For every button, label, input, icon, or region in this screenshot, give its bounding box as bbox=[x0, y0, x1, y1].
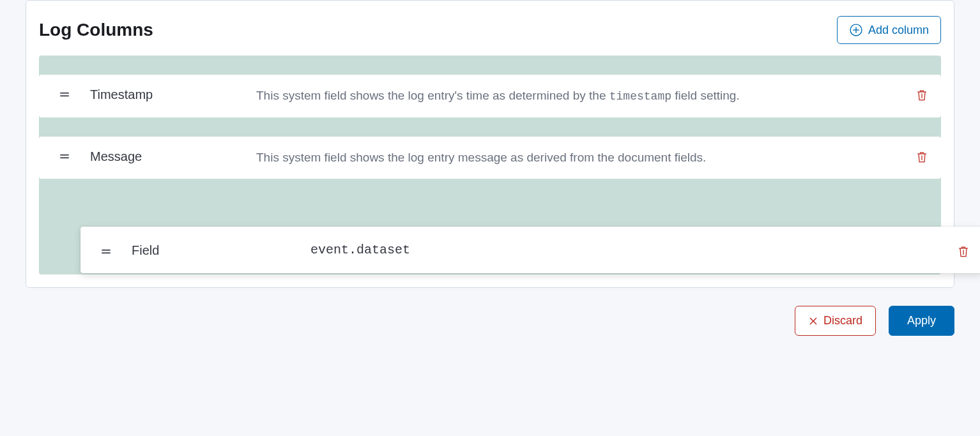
add-column-button[interactable]: Add column bbox=[837, 16, 941, 44]
column-name: Timestamp bbox=[77, 86, 256, 102]
apply-button[interactable]: Apply bbox=[889, 306, 954, 336]
column-row-timestamp: Timestamp This system field shows the lo… bbox=[39, 75, 941, 117]
column-name: Message bbox=[77, 148, 256, 164]
footer-actions: Discard Apply bbox=[26, 306, 954, 336]
discard-button[interactable]: Discard bbox=[795, 306, 876, 336]
column-row-message: Message This system field shows the log … bbox=[39, 137, 941, 179]
panel-header: Log Columns Add column bbox=[39, 13, 941, 44]
drag-handle-icon[interactable] bbox=[52, 86, 77, 100]
discard-label: Discard bbox=[823, 314, 862, 327]
drag-handle-icon[interactable] bbox=[52, 148, 77, 162]
trash-icon[interactable] bbox=[915, 89, 928, 101]
plus-circle-icon bbox=[849, 23, 863, 37]
column-name: Field bbox=[119, 242, 310, 258]
trash-icon[interactable] bbox=[915, 151, 928, 163]
columns-drop-area: Timestamp This system field shows the lo… bbox=[39, 56, 941, 274]
column-description: This system field shows the log entry me… bbox=[256, 148, 903, 167]
log-columns-panel: Log Columns Add column bbox=[26, 0, 954, 288]
trash-icon[interactable] bbox=[957, 245, 970, 258]
column-row-field-dragging[interactable]: Field event.dataset bbox=[80, 227, 980, 273]
close-icon bbox=[808, 316, 818, 326]
column-description: This system field shows the log entry's … bbox=[256, 86, 903, 106]
desc-text: This system field shows the log entry's … bbox=[256, 89, 609, 102]
desc-code: timestamp bbox=[609, 90, 671, 103]
apply-label: Apply bbox=[907, 314, 936, 327]
panel-title: Log Columns bbox=[39, 20, 153, 40]
add-column-label: Add column bbox=[868, 24, 929, 37]
desc-text: field setting. bbox=[671, 89, 740, 102]
drag-handle-icon[interactable] bbox=[93, 243, 119, 257]
field-value: event.dataset bbox=[310, 243, 944, 257]
